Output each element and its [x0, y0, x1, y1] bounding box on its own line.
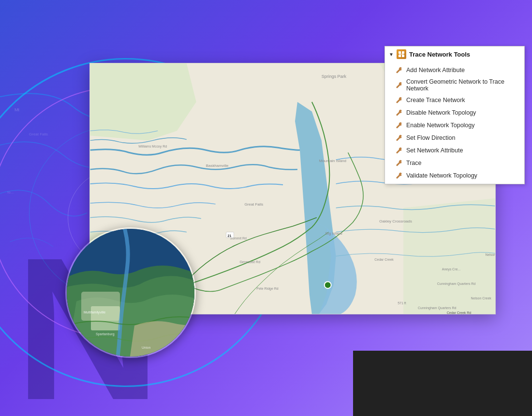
toolbar-item-label: Create Trace Network: [406, 97, 465, 104]
svg-text:Cunningham Quarters Rd: Cunningham Quarters Rd: [437, 282, 476, 286]
toolbar-header: ▼ Trace Network Tools: [385, 46, 524, 62]
svg-text:Springs Park: Springs Park: [322, 74, 347, 79]
svg-text:Nelson Carroll Rd: Nelson Carroll Rd: [485, 253, 495, 256]
svg-text:Nelson Creek: Nelson Creek: [471, 297, 492, 300]
toolbar-item-label: Disable Network Topology: [406, 109, 476, 116]
toolbar-item-set-network-attribute[interactable]: Set Network Attribute: [385, 144, 524, 157]
toolbar-expand-arrow[interactable]: ▼: [389, 52, 394, 57]
network-tool-icon: [398, 51, 405, 58]
wrench-icon: [396, 147, 402, 154]
wrench-icon: [396, 122, 402, 129]
svg-text:Big Island: Big Island: [325, 231, 342, 236]
svg-rect-36: [399, 51, 401, 54]
toolbar-item-label: Enable Network Topology: [406, 122, 475, 129]
svg-text:571 ft: 571 ft: [398, 301, 406, 305]
toolbar-item-create-trace-network[interactable]: Create Trace Network: [385, 94, 524, 106]
toolbar-item-label: Set Flow Direction: [406, 134, 455, 141]
svg-rect-38: [399, 55, 401, 57]
svg-text:Pete Ridge Rd: Pete Ridge Rd: [256, 287, 278, 291]
svg-text:Cedar Creek: Cedar Creek: [374, 258, 394, 261]
svg-text:Cunningham Quarters Rd: Cunningham Quarters Rd: [418, 306, 457, 310]
wrench-icon: [396, 109, 402, 116]
svg-text:Oakley Crossroads: Oakley Crossroads: [379, 219, 412, 223]
bottom-dark-bar: [353, 351, 532, 416]
toolbar-item-label: Set Network Attribute: [406, 147, 463, 154]
toolbar-item-convert-geometric-network[interactable]: Convert Geometric Network to Trace Netwo…: [385, 76, 524, 94]
svg-rect-39: [402, 55, 404, 57]
toolbar-item-enable-network-topology[interactable]: Enable Network Topology: [385, 119, 524, 132]
wrench-icon: [396, 97, 402, 104]
svg-rect-37: [402, 51, 404, 54]
toolbar-panel: ▼ Trace Network Tools Add Network Attrib…: [384, 46, 525, 184]
wrench-icon: [396, 160, 402, 166]
wrench-icon: [396, 172, 402, 179]
toolbar-item-label: Validate Network Topology: [406, 172, 477, 179]
svg-text:Pa Rd: Pa Rd: [495, 217, 495, 221]
toolbar-item-add-network-attribute[interactable]: Add Network Attribute: [385, 64, 524, 76]
svg-text:Genessee Rd: Genessee Rd: [239, 260, 260, 264]
svg-text:Union: Union: [142, 346, 150, 349]
svg-text:Spartanburg: Spartanburg: [96, 332, 115, 336]
toolbar-item-set-flow-direction[interactable]: Set Flow Direction: [385, 132, 524, 144]
svg-text:Baskhamville: Baskhamville: [206, 163, 229, 168]
circle-map-thumbnail: Multifamilyville Spartanburg Union: [65, 227, 196, 358]
wrench-icon: [396, 67, 402, 74]
svg-text:Great Falls: Great Falls: [244, 202, 263, 207]
svg-text:21: 21: [228, 234, 232, 238]
wrench-icon: [396, 82, 402, 89]
svg-point-6: [325, 282, 331, 288]
toolbar-item-label: Add Network Attribute: [406, 67, 465, 74]
toolbar-icon: [397, 49, 406, 59]
toolbar-item-trace[interactable]: Trace: [385, 157, 524, 169]
toolbar-item-validate-network-topology[interactable]: Validate Network Topology: [385, 169, 524, 182]
toolbar-items-list: Add Network AttributeConvert Geometric N…: [385, 62, 524, 184]
toolbar-item-label: Trace: [406, 160, 422, 166]
toolbar-title: Trace Network Tools: [409, 51, 470, 58]
toolbar-item-label: Convert Geometric Network to Trace Netwo…: [406, 78, 520, 92]
wrench-icon: [396, 134, 402, 141]
svg-text:Cedar Creek Rd: Cedar Creek Rd: [447, 311, 471, 314]
svg-text:Multifamilyville: Multifamilyville: [84, 311, 105, 314]
svg-text:Williams Mccoy Rd: Williams Mccoy Rd: [138, 145, 167, 149]
svg-text:Mountain Island: Mountain Island: [319, 159, 346, 163]
svg-rect-32: [91, 306, 120, 330]
svg-text:Aneys Cre...: Aneys Cre...: [442, 267, 460, 271]
toolbar-item-disable-network-topology[interactable]: Disable Network Topology: [385, 106, 524, 119]
